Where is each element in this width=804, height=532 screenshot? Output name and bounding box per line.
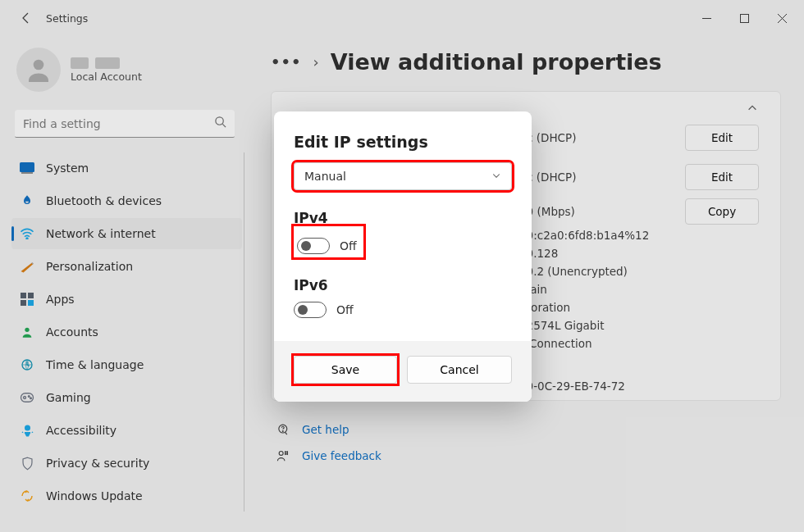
property-value: 2 <box>519 356 672 369</box>
get-help-label: Get help <box>302 423 349 436</box>
nav-item-apps[interactable]: Apps <box>11 284 242 315</box>
window-title: Settings <box>46 12 88 25</box>
svg-point-17 <box>24 397 26 399</box>
svg-point-20 <box>24 425 30 430</box>
property-value: rporation <box>519 301 672 314</box>
page-title: View additional properties <box>331 49 662 75</box>
nav-icon <box>20 423 34 438</box>
copy-button[interactable]: Copy <box>685 198 759 225</box>
cancel-button[interactable]: Cancel <box>407 356 512 384</box>
minimize-button[interactable] <box>688 6 725 30</box>
nav-label: Gaming <box>46 391 91 404</box>
nav-item-bluetooth-devices[interactable]: Bluetooth & devices <box>11 185 242 216</box>
ipv4-label: IPv4 <box>294 210 512 226</box>
account-block[interactable]: Local Account <box>11 44 244 108</box>
get-help-link[interactable]: Get help <box>276 422 781 437</box>
breadcrumb: ••• › View additional properties <box>271 49 781 75</box>
collapse-button[interactable] <box>744 100 761 116</box>
nav-icon <box>20 489 34 503</box>
sidebar: Local Account SystemBluetooth & devicesN… <box>0 36 248 532</box>
feedback-icon <box>276 448 290 463</box>
property-value: k Connection <box>519 337 672 350</box>
edit-button[interactable]: Edit <box>685 164 759 190</box>
give-feedback-link[interactable]: Give feedback <box>276 448 781 463</box>
svg-rect-12 <box>21 300 26 306</box>
nav-label: System <box>46 161 89 175</box>
property-value: 00:c2a0:6fd8:b1a4%12 <box>519 229 672 242</box>
edit-button[interactable]: Edit <box>685 125 759 151</box>
svg-rect-1 <box>740 14 748 22</box>
svg-point-5 <box>216 117 223 125</box>
edit-ip-settings-dialog: Edit IP settings Manual IPv4 Off IPv6 Of… <box>274 111 532 402</box>
property-value: main <box>519 283 672 296</box>
close-button[interactable] <box>763 6 801 30</box>
nav-item-accounts[interactable]: Accounts <box>11 316 242 348</box>
account-name <box>71 57 142 69</box>
svg-point-23 <box>279 451 283 455</box>
save-button[interactable]: Save <box>294 356 397 384</box>
nav-label: Accessibility <box>46 424 116 437</box>
svg-point-18 <box>28 396 30 398</box>
svg-point-4 <box>34 60 44 70</box>
property-value: 00-0C-29-EB-74-72 <box>519 380 672 393</box>
ipv6-label: IPv6 <box>294 277 512 293</box>
nav-item-time-language[interactable]: Time & language <box>11 349 242 380</box>
dialog-title: Edit IP settings <box>294 133 512 151</box>
nav-label: Privacy & security <box>46 457 149 470</box>
nav-icon <box>20 357 34 372</box>
nav-item-privacy-security[interactable]: Privacy & security <box>11 448 242 479</box>
search-input[interactable] <box>23 117 214 130</box>
nav-icon <box>20 292 34 307</box>
avatar <box>16 48 61 92</box>
ipv6-toggle[interactable] <box>294 302 327 318</box>
nav-icon <box>20 226 34 241</box>
nav-label: Personalization <box>46 260 133 273</box>
svg-point-14 <box>25 328 29 332</box>
nav-label: Accounts <box>46 325 98 339</box>
nav-icon <box>20 390 34 405</box>
ipv4-toggle[interactable] <box>297 238 330 254</box>
nav-item-windows-update[interactable]: Windows Update <box>11 480 242 512</box>
nav-label: Bluetooth & devices <box>46 194 162 207</box>
property-value: tic (DHCP) <box>519 171 672 184</box>
ip-mode-selected: Manual <box>304 170 346 183</box>
ip-mode-dropdown[interactable]: Manual <box>294 162 512 190</box>
nav-item-system[interactable]: System <box>11 152 242 184</box>
property-value: tic (DHCP) <box>519 131 672 144</box>
svg-point-19 <box>30 398 32 399</box>
search-icon <box>214 116 226 131</box>
maximize-button[interactable] <box>725 6 763 30</box>
back-button[interactable] <box>13 5 39 31</box>
nav-item-accessibility[interactable]: Accessibility <box>11 415 242 446</box>
help-icon <box>276 422 290 437</box>
nav-label: Windows Update <box>46 489 143 502</box>
titlebar: Settings <box>0 0 804 36</box>
svg-rect-8 <box>21 172 33 174</box>
give-feedback-label: Give feedback <box>302 449 381 462</box>
svg-rect-7 <box>20 162 34 172</box>
chevron-down-icon <box>491 170 501 183</box>
search-box[interactable] <box>15 110 235 138</box>
nav-item-network-internet[interactable]: Network & internet <box>11 218 242 249</box>
nav-label: Apps <box>46 293 75 306</box>
property-value: 60.128 <box>519 247 672 260</box>
nav-list: SystemBluetooth & devicesNetwork & inter… <box>11 152 244 512</box>
nav-icon <box>20 456 34 471</box>
nav-label: Time & language <box>46 358 144 371</box>
property-value: 60.2 (Unencrypted) <box>519 265 672 278</box>
svg-rect-11 <box>28 293 34 298</box>
svg-rect-10 <box>21 293 26 298</box>
nav-icon <box>20 161 34 175</box>
svg-line-6 <box>222 124 226 127</box>
nav-icon <box>20 193 34 208</box>
breadcrumb-ellipsis[interactable]: ••• <box>271 53 302 70</box>
property-value: 00 (Mbps) <box>519 205 672 218</box>
property-value: 82574L Gigabit <box>519 319 672 332</box>
nav-item-gaming[interactable]: Gaming <box>11 382 242 413</box>
nav-icon <box>20 325 34 339</box>
nav-label: Network & internet <box>46 227 156 240</box>
svg-point-9 <box>26 238 28 239</box>
nav-item-personalization[interactable]: Personalization <box>11 251 242 282</box>
svg-rect-13 <box>28 300 34 306</box>
ipv6-toggle-state: Off <box>336 303 354 316</box>
